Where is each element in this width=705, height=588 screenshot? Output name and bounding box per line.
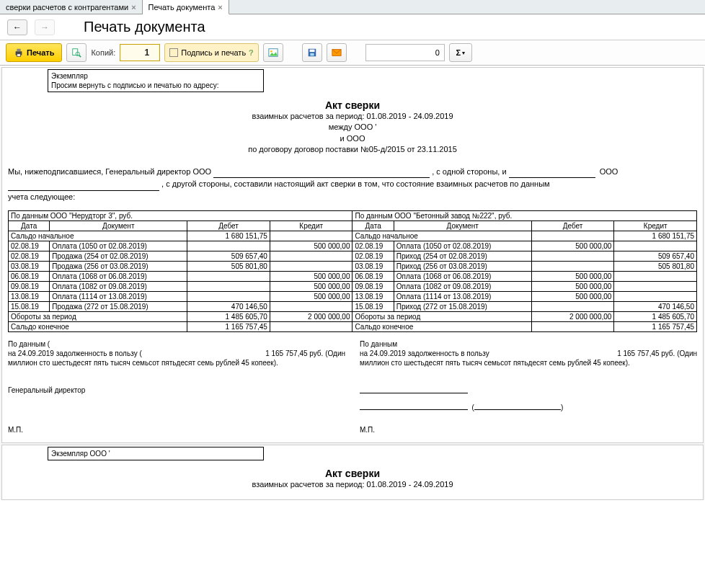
svg-rect-9 <box>309 50 314 53</box>
diskette-icon <box>307 48 317 58</box>
sign-left: Генеральный директор <box>8 386 345 411</box>
magnifier-icon <box>71 48 81 58</box>
save-button[interactable] <box>302 43 322 62</box>
tab-reconciliation[interactable]: сверки расчетов с контрагентами × <box>0 0 143 14</box>
close-icon[interactable]: × <box>131 3 136 12</box>
copies-label: Копий: <box>91 48 115 57</box>
intro-c: ООО <box>600 167 618 176</box>
table-row: 02.08.19Оплата (1050 от 02.08.2019)500 0… <box>9 241 697 251</box>
page-title: Печать документа <box>84 19 205 35</box>
sigma-button[interactable]: Σ ▾ <box>449 43 472 62</box>
exem-line2: Просим вернуть с подписью и печатью по а… <box>51 81 260 90</box>
table-row: Сальдо конечное1 165 757,45Сальдо конечн… <box>9 322 697 332</box>
help-icon: ? <box>249 48 254 57</box>
sign-line <box>360 403 468 410</box>
sign-line <box>474 403 561 410</box>
sum-r2: на 24.09.2019 задолженность в пользу <box>360 349 489 357</box>
right-header: По данным ООО "Бетонный завод №222", руб… <box>352 211 697 221</box>
preview-button[interactable] <box>66 43 87 62</box>
intro-d: , с другой стороны, составили настоящий … <box>161 179 550 188</box>
table-row: 06.08.19Оплата (1068 от 06.08.2019)500 0… <box>9 272 697 282</box>
sum-r-amt: 1 165 757,45 руб. (Один <box>617 349 697 358</box>
nav-back-button[interactable]: ← <box>7 19 27 35</box>
envelope-icon <box>332 48 342 58</box>
printer-icon <box>14 48 24 58</box>
doc-sub2: между ООО ' <box>8 122 697 133</box>
mp-left: М.П. <box>8 426 345 434</box>
blank-line <box>8 183 159 191</box>
document-page: Экземпляр Просим вернуть с подписью и пе… <box>1 67 704 443</box>
sign-line <box>360 386 468 393</box>
sum-r1: По данным <box>360 339 697 349</box>
doc-title: Акт сверки <box>8 99 697 111</box>
col-credit: Кредит <box>614 221 697 231</box>
doc-sub4: по договору договор поставки №05-д/2015 … <box>8 144 697 155</box>
sum-l3: миллион сто шестьдесят пять тысяч семьсо… <box>8 358 345 368</box>
sign-and-print-button[interactable]: Подпись и печать ? <box>164 43 259 62</box>
exem-line1: Экземпляр <box>51 71 260 81</box>
toolbar: Печать Копий: Подпись и печать ? Σ ▾ <box>0 40 705 66</box>
tab-print-doc[interactable]: Печать документа × <box>143 0 229 14</box>
col-doc: Документ <box>394 221 531 231</box>
svg-rect-10 <box>310 53 314 56</box>
mp-right: М.П. <box>360 426 697 434</box>
intro-e: учета следующее: <box>8 192 75 201</box>
col-date: Дата <box>9 221 50 231</box>
document-page-2: Экземпляр ООО ' Акт сверки взаимных расч… <box>1 445 704 499</box>
col-debit: Дебет <box>187 221 270 231</box>
col-debit: Дебет <box>531 221 614 231</box>
svg-rect-2 <box>17 54 20 57</box>
intro-b: , с одной стороны, и <box>432 167 506 176</box>
picture-icon <box>268 48 278 58</box>
gendir-label: Генеральный директор <box>8 386 345 394</box>
table-row: Сальдо начальное1 680 151,75Сальдо начал… <box>9 231 697 241</box>
reconciliation-table: По данным ООО "Нерудторг 3", руб. По дан… <box>8 210 697 332</box>
blank-line <box>213 170 430 178</box>
sum-l1: По данным ( <box>8 339 345 349</box>
table-row: Обороты за период1 485 605,702 000 000,0… <box>9 312 697 322</box>
signature-row: Генеральный директор () <box>8 386 697 411</box>
exemplar-box: Экземпляр ООО ' <box>48 447 264 460</box>
nav-row: ← → Печать документа <box>0 14 705 40</box>
intro-text: Мы, нижеподписавшиеся, Генеральный дирек… <box>8 166 697 204</box>
sum-r3: миллион сто шестьдесят пять тысяч семьсо… <box>360 358 697 368</box>
image-button[interactable] <box>263 43 283 62</box>
svg-point-7 <box>270 50 272 53</box>
sum-l-amt: 1 165 757,45 руб. (Один <box>265 349 345 358</box>
dropdown-icon: ▾ <box>462 50 465 56</box>
doc-sub1: взаимных расчетов за период: 01.08.2019 … <box>8 111 697 122</box>
table-row: 09.08.19Оплата (1082 от 09.08.2019)500 0… <box>9 282 697 292</box>
sum-l2: на 24.09.2019 задолженность в пользу ( <box>8 349 142 357</box>
sign-print-label: Подпись и печать <box>181 48 246 57</box>
nav-forward-button[interactable]: → <box>35 19 55 35</box>
table-row: 13.08.19Оплата (1114 от 13.08.2019)500 0… <box>9 292 697 302</box>
intro-a: Мы, нижеподписавшиеся, Генеральный дирек… <box>8 167 211 176</box>
left-header: По данным ООО "Нерудторг 3", руб. <box>9 211 352 221</box>
svg-rect-1 <box>17 49 20 52</box>
document-viewport[interactable]: Экземпляр Просим вернуть с подписью и пе… <box>0 67 705 500</box>
doc-sub1: взаимных расчетов за период: 01.08.2019 … <box>8 479 697 490</box>
print-button[interactable]: Печать <box>6 43 62 62</box>
tab-label: сверки расчетов с контрагентами <box>6 3 128 12</box>
sign-right: () <box>360 386 697 411</box>
svg-line-5 <box>79 55 81 58</box>
col-doc: Документ <box>50 221 187 231</box>
mail-button[interactable] <box>327 43 347 62</box>
sum-input[interactable] <box>365 44 445 61</box>
summary-right: По данным на 24.09.2019 задолженность в … <box>360 339 697 368</box>
exem2: Экземпляр ООО ' <box>51 450 110 458</box>
doc-title: Акт сверки <box>8 468 697 479</box>
table-row: 15.08.19Продажа (272 от 15.08.2019)470 1… <box>9 302 697 312</box>
print-label: Печать <box>27 48 54 57</box>
blank-line <box>509 170 595 178</box>
checkbox-icon <box>169 48 178 57</box>
tab-label: Печать документа <box>148 3 216 12</box>
col-date: Дата <box>352 221 394 231</box>
copies-input[interactable] <box>120 44 160 61</box>
table-row: 03.08.19Продажа (256 от 03.08.2019)505 8… <box>9 262 697 272</box>
exemplar-box: Экземпляр Просим вернуть с подписью и пе… <box>48 69 264 92</box>
col-credit: Кредит <box>270 221 352 231</box>
close-icon[interactable]: × <box>218 3 222 12</box>
summary-block: По данным ( на 24.09.2019 задолженность … <box>8 339 697 368</box>
tab-bar: сверки расчетов с контрагентами × Печать… <box>0 0 705 14</box>
